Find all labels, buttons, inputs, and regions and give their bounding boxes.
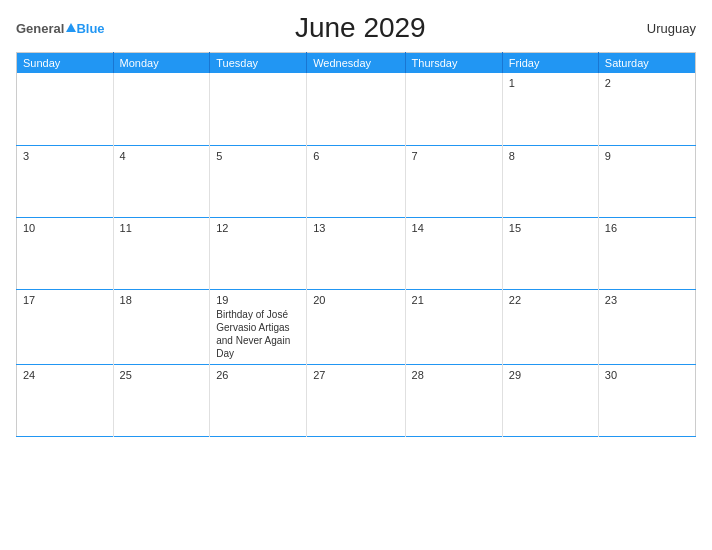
logo-triangle-icon [66, 23, 76, 32]
day-number: 23 [605, 294, 689, 306]
day-number: 11 [120, 222, 204, 234]
calendar-cell: 1 [502, 73, 598, 145]
calendar-table: SundayMondayTuesdayWednesdayThursdayFrid… [16, 52, 696, 437]
calendar-cell: 14 [405, 217, 502, 289]
calendar-cell [307, 73, 405, 145]
calendar-cell: 18 [113, 289, 210, 364]
day-number: 13 [313, 222, 398, 234]
day-of-week-header: Friday [502, 53, 598, 74]
day-number: 5 [216, 150, 300, 162]
calendar-cell: 12 [210, 217, 307, 289]
calendar-cell: 9 [598, 145, 695, 217]
calendar-cell: 5 [210, 145, 307, 217]
calendar-cell: 29 [502, 364, 598, 436]
logo: General Blue [16, 19, 105, 37]
calendar-week-row: 24252627282930 [17, 364, 696, 436]
day-number: 24 [23, 369, 107, 381]
day-number: 25 [120, 369, 204, 381]
calendar-cell: 3 [17, 145, 114, 217]
day-number: 6 [313, 150, 398, 162]
calendar-cell [405, 73, 502, 145]
event-label: Birthday of José Gervasio Artigas and Ne… [216, 308, 300, 360]
day-number: 3 [23, 150, 107, 162]
day-of-week-header: Thursday [405, 53, 502, 74]
calendar-week-row: 171819Birthday of José Gervasio Artigas … [17, 289, 696, 364]
calendar-cell [17, 73, 114, 145]
day-number: 29 [509, 369, 592, 381]
calendar-cell: 11 [113, 217, 210, 289]
day-number: 2 [605, 77, 689, 89]
calendar-cell: 24 [17, 364, 114, 436]
day-of-week-header: Tuesday [210, 53, 307, 74]
day-number: 21 [412, 294, 496, 306]
header: General Blue June 2029 Uruguay [16, 12, 696, 44]
day-number: 20 [313, 294, 398, 306]
calendar-body: 12345678910111213141516171819Birthday of… [17, 73, 696, 436]
calendar-cell: 20 [307, 289, 405, 364]
calendar-cell: 8 [502, 145, 598, 217]
calendar-cell: 16 [598, 217, 695, 289]
calendar-cell: 27 [307, 364, 405, 436]
logo-general-text: General [16, 21, 64, 36]
day-of-week-header: Saturday [598, 53, 695, 74]
day-number: 9 [605, 150, 689, 162]
calendar-cell: 6 [307, 145, 405, 217]
logo-blue-text: Blue [76, 21, 104, 36]
page: General Blue June 2029 Uruguay SundayMon… [0, 0, 712, 550]
day-number: 8 [509, 150, 592, 162]
calendar-cell: 22 [502, 289, 598, 364]
calendar-week-row: 3456789 [17, 145, 696, 217]
calendar-cell: 2 [598, 73, 695, 145]
day-number: 1 [509, 77, 592, 89]
day-number: 15 [509, 222, 592, 234]
calendar-cell: 17 [17, 289, 114, 364]
calendar-title: June 2029 [105, 12, 616, 44]
day-number: 12 [216, 222, 300, 234]
day-number: 14 [412, 222, 496, 234]
day-of-week-header: Sunday [17, 53, 114, 74]
day-number: 27 [313, 369, 398, 381]
calendar-cell: 13 [307, 217, 405, 289]
day-number: 18 [120, 294, 204, 306]
day-number: 7 [412, 150, 496, 162]
day-number: 30 [605, 369, 689, 381]
day-of-week-header: Monday [113, 53, 210, 74]
calendar-cell: 30 [598, 364, 695, 436]
day-number: 17 [23, 294, 107, 306]
calendar-week-row: 12 [17, 73, 696, 145]
calendar-cell: 4 [113, 145, 210, 217]
calendar-cell: 15 [502, 217, 598, 289]
day-of-week-header: Wednesday [307, 53, 405, 74]
day-number: 19 [216, 294, 300, 306]
day-number: 16 [605, 222, 689, 234]
calendar-cell [113, 73, 210, 145]
day-number: 10 [23, 222, 107, 234]
day-number: 4 [120, 150, 204, 162]
calendar-header-row: SundayMondayTuesdayWednesdayThursdayFrid… [17, 53, 696, 74]
calendar-cell: 28 [405, 364, 502, 436]
calendar-cell: 26 [210, 364, 307, 436]
day-number: 26 [216, 369, 300, 381]
calendar-cell: 19Birthday of José Gervasio Artigas and … [210, 289, 307, 364]
calendar-cell: 21 [405, 289, 502, 364]
calendar-cell: 23 [598, 289, 695, 364]
calendar-cell: 7 [405, 145, 502, 217]
country-label: Uruguay [616, 21, 696, 36]
calendar-week-row: 10111213141516 [17, 217, 696, 289]
day-number: 22 [509, 294, 592, 306]
day-number: 28 [412, 369, 496, 381]
calendar-cell [210, 73, 307, 145]
calendar-cell: 10 [17, 217, 114, 289]
calendar-cell: 25 [113, 364, 210, 436]
